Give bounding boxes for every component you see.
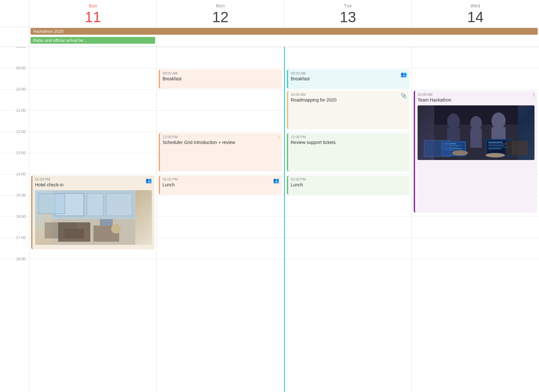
review-tickets-event[interactable]: 12:00 PM Review support tickets <box>287 133 410 172</box>
allday-hackathon-cell: Hackathon 2020 <box>29 27 539 37</box>
time-label-13: 13:00 <box>16 151 26 155</box>
sun-hour-13 <box>29 153 156 174</box>
day-name-tue: Tue <box>284 3 411 8</box>
hotel-checkin-event[interactable]: 👥 02:00 PM Hotel check-in <box>31 175 155 249</box>
day-number-mon: 12 <box>157 10 284 24</box>
tue-lunch-event[interactable]: 02:00 PM Lunch <box>287 175 410 195</box>
time-slot-11: 11:00 <box>0 111 29 132</box>
time-label-17: 17:00 <box>16 236 26 240</box>
svg-rect-22 <box>443 145 461 146</box>
tue-breakfast-event[interactable]: 👥 09:00 AM Breakfast <box>287 69 410 89</box>
time-slot-16: 16:00 <box>0 217 29 238</box>
svg-rect-21 <box>443 143 456 144</box>
svg-point-9 <box>111 224 121 234</box>
time-label-09: 09:00 <box>16 66 26 70</box>
sun-hour-11 <box>29 111 156 132</box>
calendar-container: Sun 11 Mon 12 Tue 13 Wed 14 Hackathon 20… <box>0 0 539 392</box>
sun-hour-09 <box>29 68 156 89</box>
svg-rect-28 <box>487 141 511 155</box>
time-slot-12: 12:00 <box>0 132 29 153</box>
header-day-sun[interactable]: Sun 11 <box>29 0 156 27</box>
hotel-time: 02:00 PM <box>35 177 152 181</box>
day-number-wed: 14 <box>412 10 539 24</box>
time-slot-10: 10:00 <box>0 89 29 111</box>
allday-relax-cell: Relax and official arrival be... <box>29 37 156 47</box>
tue-lunch-time: 02:00 PM <box>291 177 407 181</box>
wed-hour-18 <box>412 259 539 280</box>
allday-gutter <box>0 27 29 37</box>
scheduler-time: 12:00 PM <box>163 135 279 139</box>
tue-breakfast-people-icon: 👥 <box>401 71 407 77</box>
wed-hour-08 <box>412 47 539 68</box>
svg-rect-30 <box>488 144 508 144</box>
svg-rect-5 <box>58 222 90 242</box>
day-name-sun: Sun <box>29 3 156 8</box>
wed-hour-17 <box>412 238 539 259</box>
tue-hour-17 <box>285 238 411 259</box>
roadmapping-event[interactable]: 📎 10:00 AM Roadmapping for 2020 <box>287 91 410 129</box>
header-gutter <box>0 0 29 27</box>
sun-hour-18 <box>29 259 156 280</box>
svg-rect-2 <box>55 193 84 216</box>
relax-event[interactable]: Relax and official arrival be... <box>31 37 155 44</box>
mon-hour-11 <box>157 111 284 132</box>
allday-row: Hackathon 2020 Relax and official arriva… <box>0 27 539 47</box>
svg-point-16 <box>491 112 506 129</box>
mon-lunch-event[interactable]: 👥 02:00 PM Lunch <box>159 175 282 195</box>
day-column-mon: 09:00 AM Breakfast ! 12:00 PM Scheduler … <box>156 47 284 392</box>
svg-rect-8 <box>100 219 113 226</box>
header-day-tue[interactable]: Tue 13 <box>284 0 411 27</box>
day-column-sun: 👥 02:00 PM Hotel check-in <box>29 47 156 392</box>
tue-hour-08 <box>285 47 411 68</box>
hotel-people-icon: 👥 <box>146 177 152 183</box>
time-label-11: 11:00 <box>16 108 26 113</box>
wed-hour-09 <box>412 68 539 89</box>
mon-hour-18 <box>157 259 284 280</box>
mon-hour-08 <box>157 47 284 68</box>
mon-breakfast-title: Breakfast <box>163 76 279 82</box>
scheduler-event[interactable]: ! 12:00 PM Scheduler Grid introduction +… <box>159 133 282 172</box>
day-column-tue: 👥 09:00 AM Breakfast 📎 10:00 AM Roadmapp… <box>284 47 411 392</box>
svg-rect-4 <box>106 193 132 216</box>
team-hackathon-event[interactable]: ! 10:00 AM Team Hackathon <box>414 91 537 213</box>
mon-breakfast-time: 09:00 AM <box>163 71 279 75</box>
tue-lunch-title: Lunch <box>291 182 407 188</box>
time-slot-08: 08:00 <box>0 47 29 68</box>
time-slot-09: 09:00 <box>0 68 29 89</box>
svg-rect-32 <box>488 147 509 147</box>
day-column-wed: ! 10:00 AM Team Hackathon <box>411 47 539 392</box>
mon-breakfast-event[interactable]: 09:00 AM Breakfast <box>159 69 282 89</box>
header-day-mon[interactable]: Mon 12 <box>156 0 284 27</box>
sun-hour-08 <box>29 47 156 68</box>
time-label-12: 12:00 <box>16 129 26 134</box>
mon-hour-15 <box>157 195 284 217</box>
mon-lunch-people-icon: 👥 <box>273 177 279 183</box>
svg-point-34 <box>452 150 468 156</box>
time-label-16: 16:00 <box>16 214 26 219</box>
tue-hour-15 <box>285 195 411 217</box>
svg-rect-25 <box>443 150 455 151</box>
sun-hour-12 <box>29 132 156 153</box>
hackathon-event[interactable]: Hackathon 2020 <box>31 28 538 35</box>
sun-hour-10 <box>29 89 156 111</box>
tue-hour-18 <box>285 259 411 280</box>
roadmapping-time: 10:00 AM <box>291 93 407 96</box>
mon-hour-10 <box>157 89 284 111</box>
time-gutter: 08:00 09:00 10:00 11:00 12:00 13:00 14:0… <box>0 47 29 392</box>
review-title: Review support tickets <box>291 139 407 145</box>
team-hackathon-image <box>418 105 535 160</box>
svg-rect-7 <box>65 229 84 238</box>
header-day-wed[interactable]: Wed 14 <box>411 0 539 27</box>
days-grid: 👥 02:00 PM Hotel check-in <box>29 47 539 392</box>
time-label-18: 18:00 <box>16 257 26 261</box>
day-name-mon: Mon <box>157 3 284 8</box>
calendar-body[interactable]: 08:00 09:00 10:00 11:00 12:00 13:00 14:0… <box>0 47 539 392</box>
mon-hour-16 <box>157 217 284 238</box>
day-name-wed: Wed <box>412 3 539 8</box>
time-slot-13: 13:00 <box>0 153 29 174</box>
svg-point-35 <box>486 153 505 157</box>
scheduler-excl-icon: ! <box>278 135 279 141</box>
svg-point-12 <box>447 113 460 129</box>
day-number-sun: 11 <box>29 10 156 24</box>
time-label-15: 15:00 <box>16 193 26 198</box>
